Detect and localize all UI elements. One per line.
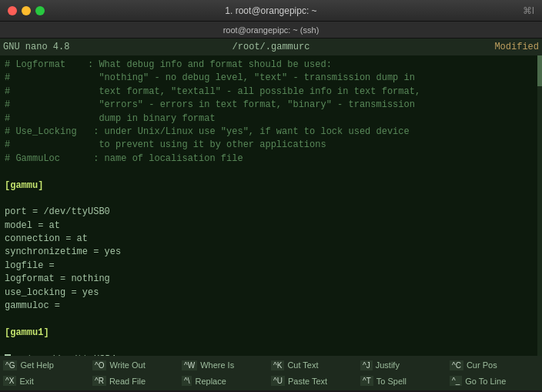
scrollbar[interactable] xyxy=(537,55,542,356)
shortcut-key-go-to-line: ^_ xyxy=(450,376,462,386)
shortcut-where-is[interactable]: ^W Where Is xyxy=(182,360,271,370)
shortcut-row-2: ^X Exit ^R Read File ^\ Replace ^U Paste… xyxy=(0,376,542,386)
maximize-button[interactable] xyxy=(35,6,45,15)
window-controls xyxy=(8,6,45,15)
shortcut-label-write-out: Write Out xyxy=(109,360,145,370)
editor-line xyxy=(5,313,537,326)
shortcut-justify[interactable]: ^J Justify xyxy=(360,360,450,370)
shortcut-key-paste-text: ^U xyxy=(271,376,285,386)
shortcut-label-justify: Justify xyxy=(376,360,400,370)
shortcut-row-1: ^G Get Help ^O Write Out ^W Where Is ^K … xyxy=(0,360,542,370)
shortcut-replace[interactable]: ^\ Replace xyxy=(182,376,271,386)
shortcut-key-justify: ^J xyxy=(360,360,373,370)
ssh-bar: root@orangepipc: ~ (ssh) xyxy=(0,22,542,39)
shortcut-label-replace: Replace xyxy=(195,377,226,386)
editor-line: [gammu1] xyxy=(5,327,537,340)
shortcut-key-replace: ^\ xyxy=(182,376,192,386)
editor-line: gammuloc = xyxy=(5,300,537,313)
editor-line: [gammu] xyxy=(5,179,537,193)
shortcut-key-where-is: ^W xyxy=(182,360,197,370)
editor-line: use_locking = yes xyxy=(5,286,537,300)
editor-line: logfile = xyxy=(5,260,537,273)
shortcut-label-exit: Exit xyxy=(19,377,33,386)
shortcut-read-file[interactable]: ^R Read File xyxy=(92,376,182,386)
shortcut-key-cut-text: ^K xyxy=(271,360,284,370)
editor-line: # text format, "textall" - all possible … xyxy=(5,85,537,99)
editor-line: model = at xyxy=(5,219,537,233)
shortcut-label-get-help: Get Help xyxy=(20,360,53,370)
shortcut-label-to-spell: To Spell xyxy=(376,377,406,386)
editor-line: connection = at xyxy=(5,233,537,246)
shortcut-label-paste-text: Paste Text xyxy=(288,377,327,386)
shortcut-label-cur-pos: Cur Pos xyxy=(467,360,497,370)
ssh-label: root@orangepipc: ~ (ssh) xyxy=(223,25,320,35)
keyboard-icon: ⌘I xyxy=(523,5,534,16)
nano-modified: Modified xyxy=(447,42,539,52)
text-cursor xyxy=(5,354,11,356)
window-title: 1. root@orangepipc: ~ xyxy=(225,5,316,16)
editor-line xyxy=(5,340,537,353)
shortcut-label-where-is: Where Is xyxy=(200,360,234,370)
shortcut-label-go-to-line: Go To Line xyxy=(465,377,506,386)
shortcut-exit[interactable]: ^X Exit xyxy=(3,376,92,386)
editor-line: # "errors" - errors in text format, "bin… xyxy=(5,99,537,112)
shortcut-go-to-line[interactable]: ^_ Go To Line xyxy=(450,376,539,386)
editor-line: # Use_Locking : under Unix/Linux use "ye… xyxy=(5,126,537,139)
nano-header: GNU nano 4.8 /root/.gammurc Modified xyxy=(0,39,542,55)
editor-line: port = /dev/ttyUSB4 xyxy=(5,353,537,356)
shortcut-label-read-file: Read File xyxy=(109,377,146,386)
editor-line: # to prevent using it by other applicati… xyxy=(5,139,537,152)
shortcut-paste-text[interactable]: ^U Paste Text xyxy=(271,376,360,386)
shortcut-key-write-out: ^O xyxy=(92,360,106,370)
editor-line xyxy=(5,166,537,179)
editor-line: # Logformat : What debug info and format… xyxy=(5,59,537,72)
close-button[interactable] xyxy=(8,6,17,15)
editor-line: logformat = nothing xyxy=(5,273,537,286)
shortcut-key-get-help: ^G xyxy=(3,360,17,370)
shortcut-write-out[interactable]: ^O Write Out xyxy=(92,360,182,370)
shortcut-cut-text[interactable]: ^K Cut Text xyxy=(271,360,360,370)
editor-line: # GammuLoc : name of localisation file xyxy=(5,152,537,166)
shortcuts-panel: ^G Get Help ^O Write Out ^W Where Is ^K … xyxy=(0,356,542,390)
shortcut-cur-pos[interactable]: ^C Cur Pos xyxy=(450,360,539,370)
shortcut-key-to-spell: ^T xyxy=(360,376,373,386)
editor-line: synchronizetime = yes xyxy=(5,246,537,259)
minimize-button[interactable] xyxy=(22,6,31,15)
editor-area[interactable]: # Logformat : What debug info and format… xyxy=(0,55,542,356)
shortcut-get-help[interactable]: ^G Get Help xyxy=(3,360,92,370)
scrollbar-thumb[interactable] xyxy=(537,55,542,86)
shortcut-to-spell[interactable]: ^T To Spell xyxy=(360,376,450,386)
editor-line: port = /dev/ttyUSB0 xyxy=(5,206,537,219)
editor-line: # dump in binary format xyxy=(5,112,537,126)
nano-version: GNU nano 4.8 xyxy=(3,42,95,52)
shortcut-label-cut-text: Cut Text xyxy=(287,360,318,370)
shortcut-key-exit: ^X xyxy=(3,376,16,386)
nano-filename: /root/.gammurc xyxy=(95,42,447,52)
editor-line xyxy=(5,193,537,206)
title-bar: 1. root@orangepipc: ~ ⌘I xyxy=(0,0,542,22)
shortcut-key-cur-pos: ^C xyxy=(450,360,463,370)
editor-line: # "nothing" - no debug level, "text" - t… xyxy=(5,72,537,85)
shortcut-key-read-file: ^R xyxy=(92,376,106,386)
